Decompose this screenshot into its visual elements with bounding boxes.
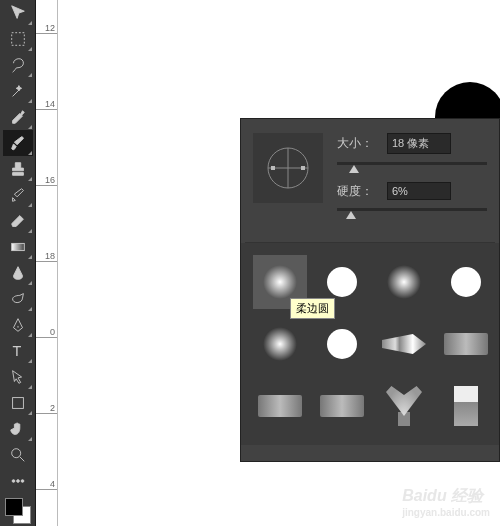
svg-text:T: T (13, 343, 22, 359)
hardness-label: 硬度： (337, 183, 379, 200)
svg-rect-15 (271, 166, 275, 170)
svg-rect-1 (12, 243, 25, 250)
brush-tool[interactable] (3, 130, 33, 156)
hardness-input[interactable]: 6% (387, 182, 451, 200)
brush-tooltip: 柔边圆 (290, 298, 335, 319)
brush-preset[interactable] (439, 379, 493, 433)
stamp-tool[interactable] (3, 156, 33, 182)
path-select-tool[interactable] (3, 364, 33, 390)
move-tool[interactable] (3, 0, 33, 26)
brush-preset-popup: 大小： 18 像素 硬度： 6% (240, 118, 500, 462)
size-slider[interactable] (337, 158, 487, 172)
svg-rect-0 (12, 33, 25, 46)
brush-preset[interactable] (439, 255, 493, 309)
burn-tool[interactable] (3, 286, 33, 312)
brush-preset[interactable] (377, 317, 431, 371)
brush-preset[interactable] (377, 255, 431, 309)
wand-tool[interactable] (3, 78, 33, 104)
history-brush-tool[interactable] (3, 182, 33, 208)
zoom-tool[interactable] (3, 442, 33, 468)
svg-rect-16 (301, 166, 305, 170)
svg-point-6 (17, 480, 20, 483)
more-tools[interactable] (3, 468, 33, 494)
type-tool[interactable]: T (3, 338, 33, 364)
brush-angle-preview[interactable] (253, 133, 323, 203)
svg-rect-3 (13, 398, 24, 409)
eraser-tool[interactable] (3, 208, 33, 234)
sharpen-tool[interactable] (3, 260, 33, 286)
hand-tool[interactable] (3, 416, 33, 442)
brush-preset[interactable] (315, 317, 369, 371)
shape-tool[interactable] (3, 390, 33, 416)
brush-preset[interactable] (315, 379, 369, 433)
lasso-tool[interactable] (3, 52, 33, 78)
brush-preset[interactable] (253, 317, 307, 371)
watermark: Baidu 经验 jingyan.baidu.com (402, 486, 490, 518)
gradient-tool[interactable] (3, 234, 33, 260)
brush-preset[interactable] (377, 379, 431, 433)
hardness-slider[interactable] (337, 204, 487, 218)
brush-preset-grid (241, 243, 499, 445)
size-label: 大小： (337, 135, 379, 152)
color-swatch[interactable] (5, 498, 31, 524)
svg-point-4 (12, 449, 21, 458)
svg-point-5 (12, 480, 15, 483)
svg-point-7 (21, 480, 24, 483)
brush-stroke (435, 82, 500, 122)
size-input[interactable]: 18 像素 (387, 133, 451, 154)
pen-tool[interactable] (3, 312, 33, 338)
tools-panel: T (0, 0, 36, 526)
marquee-tool[interactable] (3, 26, 33, 52)
brush-preset[interactable] (253, 379, 307, 433)
vertical-ruler: 12 14 16 18 0 2 4 (36, 0, 58, 526)
brush-preset[interactable] (439, 317, 493, 371)
eyedropper-tool[interactable] (3, 104, 33, 130)
